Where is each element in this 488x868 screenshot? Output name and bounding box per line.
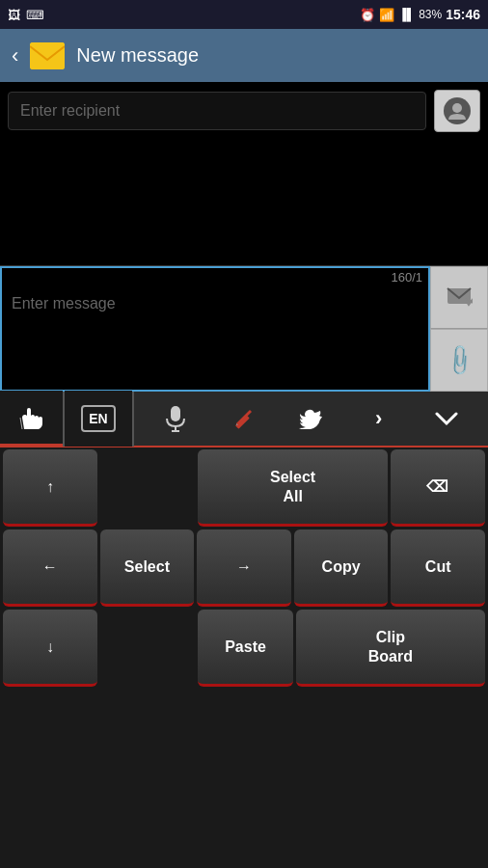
svg-rect-4 [171, 406, 180, 421]
paste-key[interactable]: Paste [198, 610, 292, 687]
empty-key-1 [100, 449, 195, 527]
cut-key[interactable]: Cut [391, 529, 485, 607]
microphone-button[interactable] [149, 393, 203, 444]
more-options-button[interactable]: › [352, 393, 405, 444]
keyboard-toolbar: EN › [0, 392, 488, 448]
select-key[interactable]: Select [100, 529, 195, 607]
attachment-button[interactable]: 📎 [430, 329, 488, 392]
recipient-area: Enter recipient [0, 82, 488, 140]
key-row-2: ← Select → Copy Cut [3, 529, 485, 607]
status-right-icons: ⏰ 📶 ▐▌ 83% 15:46 [360, 7, 480, 22]
back-button[interactable]: ‹ [12, 43, 18, 68]
email-icon [30, 42, 65, 69]
language-label: EN [89, 411, 107, 426]
contact-picker-button[interactable] [434, 90, 480, 132]
delete-key[interactable]: ⌫ [391, 449, 485, 527]
status-left-icons: 🖼 ⌨ [8, 8, 44, 22]
select-all-key[interactable]: Select All [198, 449, 387, 527]
message-input[interactable]: Enter message [0, 266, 430, 392]
send-icon [446, 285, 473, 311]
header: ‹ New message [0, 29, 488, 82]
more-icon: › [375, 406, 382, 431]
keyboard-rows: ↑ Select All ⌫ ← Select → Copy Cut ↓ [0, 448, 488, 689]
signal-icon: ▐▌ [398, 8, 415, 21]
clipboard-key[interactable]: Clip Board [296, 610, 485, 687]
copy-key[interactable]: Copy [294, 529, 389, 607]
message-black-area [0, 140, 488, 265]
send-message-button[interactable] [430, 266, 488, 329]
left-arrow-key[interactable]: ← [3, 529, 97, 607]
keyboard-icon: ⌨ [26, 8, 44, 22]
up-arrow-key[interactable]: ↑ [3, 449, 97, 527]
language-button[interactable]: EN [65, 391, 132, 447]
message-placeholder: Enter message [12, 295, 116, 312]
recipient-placeholder: Enter recipient [20, 102, 120, 119]
down-arrow-key[interactable]: ↓ [3, 610, 97, 687]
key-row-1: ↑ Select All ⌫ [3, 449, 485, 527]
draw-button[interactable] [217, 393, 270, 444]
empty-key-2 [100, 610, 195, 687]
battery-text: 83% [419, 8, 442, 21]
recipient-input[interactable]: Enter recipient [8, 92, 426, 130]
header-title: New message [76, 44, 199, 67]
hand-input-button[interactable] [0, 391, 63, 447]
svg-rect-0 [30, 42, 65, 69]
message-input-container: 160/1 Enter message [0, 266, 430, 392]
right-arrow-key[interactable]: → [197, 529, 291, 607]
collapse-keyboard-button[interactable] [420, 393, 473, 444]
image-icon: 🖼 [8, 8, 20, 22]
twitter-button[interactable] [285, 393, 338, 444]
key-row-3: ↓ Paste Clip Board [3, 610, 485, 687]
svg-rect-7 [235, 415, 250, 429]
contact-icon [444, 97, 471, 124]
toolbar-right-section: › [134, 393, 488, 444]
status-bar: 🖼 ⌨ ⏰ 📶 ▐▌ 83% 15:46 [0, 0, 488, 29]
message-section: 160/1 Enter message 📎 [0, 265, 488, 392]
wifi-icon: 📶 [379, 8, 394, 22]
message-action-buttons: 📎 [430, 266, 488, 392]
svg-point-1 [452, 103, 462, 113]
char-count: 160/1 [391, 270, 422, 285]
alarm-icon: ⏰ [360, 8, 375, 22]
time-display: 15:46 [446, 7, 480, 22]
paperclip-icon: 📎 [441, 342, 476, 378]
